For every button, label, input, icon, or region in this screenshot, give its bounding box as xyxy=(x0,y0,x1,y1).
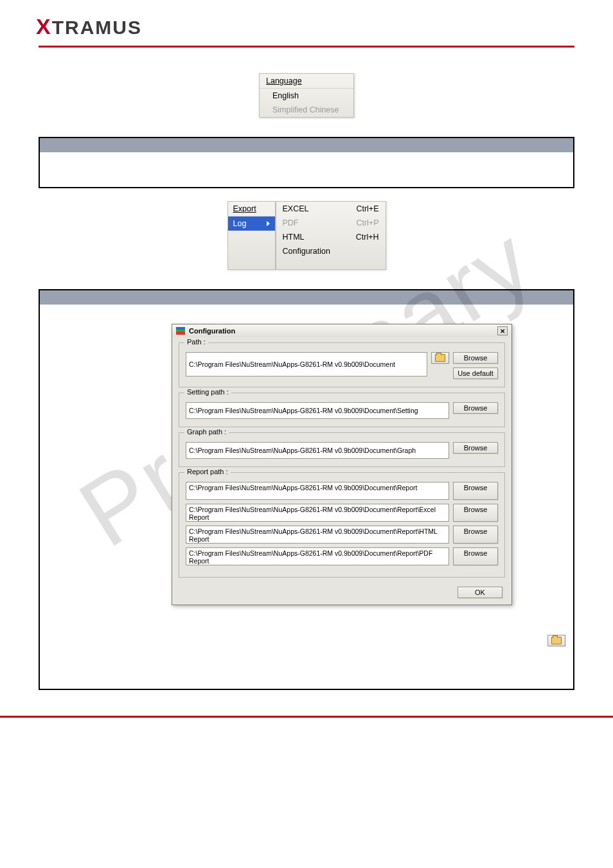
brand-rest: TRAMUS xyxy=(52,17,142,38)
submenu-arrow-icon xyxy=(267,221,270,226)
report-browse-button-3[interactable]: Browse xyxy=(453,547,498,565)
path-use-default-button[interactable]: Use default xyxy=(453,368,498,379)
section-box-1-bar xyxy=(40,138,573,152)
dialog-app-icon xyxy=(176,327,185,335)
export-sub-pdf: PDF Ctrl+P xyxy=(276,216,386,230)
setting-path-legend: Setting path : xyxy=(184,388,231,396)
report-path-input-3[interactable]: C:\Program Files\NuStream\NuApps-G8261-R… xyxy=(186,547,449,565)
header-rule xyxy=(39,46,574,48)
bottom-folder-button[interactable] xyxy=(547,635,565,646)
section-box-2: Configuration ✕ Path : Browse Use defaul… xyxy=(39,289,574,690)
report-path-input-0[interactable]: C:\Program Files\NuStream\NuApps-G8261-R… xyxy=(186,482,449,500)
graph-path-legend: Graph path : xyxy=(184,428,229,436)
language-item-english[interactable]: English xyxy=(260,89,353,103)
path-input[interactable] xyxy=(186,352,427,376)
export-sub-html[interactable]: HTML Ctrl+H xyxy=(276,230,386,244)
export-sub-excel[interactable]: EXCEL Ctrl+E xyxy=(276,202,386,216)
export-menu-item-log[interactable]: Log xyxy=(228,217,275,231)
language-menu: Language English Simplified Chinese xyxy=(259,73,354,118)
report-path-input-1[interactable]: C:\Program Files\NuStream\NuApps-G8261-R… xyxy=(186,504,449,522)
export-menu-log-label: Log xyxy=(233,219,247,228)
language-menu-header[interactable]: Language xyxy=(260,74,353,89)
brand-prefix: X xyxy=(36,14,52,39)
ok-button[interactable]: OK xyxy=(458,587,502,598)
export-sub-configuration[interactable]: Configuration xyxy=(276,244,386,258)
export-menu: Export Log xyxy=(227,201,276,270)
export-menu-header[interactable]: Export xyxy=(228,202,275,217)
language-item-simplified-chinese: Simplified Chinese xyxy=(260,103,353,117)
path-folder-button[interactable] xyxy=(431,352,449,364)
report-browse-button-2[interactable]: Browse xyxy=(453,526,498,544)
report-path-legend: Report path : xyxy=(184,468,231,475)
report-path-group: Report path : C:\Program Files\NuStream\… xyxy=(179,472,505,578)
setting-path-input[interactable] xyxy=(186,402,449,419)
section-box-2-bar xyxy=(40,290,573,305)
folder-icon xyxy=(551,637,562,644)
section-box-1 xyxy=(39,137,574,188)
brand-logo: XTRAMUS xyxy=(0,0,613,46)
graph-path-input[interactable] xyxy=(186,442,449,459)
graph-browse-button[interactable]: Browse xyxy=(453,442,498,454)
path-group: Path : Browse Use default xyxy=(179,342,505,387)
report-browse-button-1[interactable]: Browse xyxy=(453,504,498,522)
configuration-dialog: Configuration ✕ Path : Browse Use defaul… xyxy=(172,324,512,605)
folder-icon xyxy=(435,354,445,362)
path-group-legend: Path : xyxy=(184,338,208,346)
path-browse-button[interactable]: Browse xyxy=(453,352,498,364)
graph-path-group: Graph path : Browse xyxy=(179,432,505,467)
report-browse-button-0[interactable]: Browse xyxy=(453,482,498,500)
setting-path-group: Setting path : Browse xyxy=(179,393,505,427)
export-submenu: EXCEL Ctrl+E PDF Ctrl+P HTML Ctrl+H Conf… xyxy=(276,201,386,270)
report-path-input-2[interactable]: C:\Program Files\NuStream\NuApps-G8261-R… xyxy=(186,526,449,544)
setting-browse-button[interactable]: Browse xyxy=(453,402,498,414)
close-icon[interactable]: ✕ xyxy=(497,326,508,335)
dialog-title: Configuration xyxy=(189,327,235,335)
